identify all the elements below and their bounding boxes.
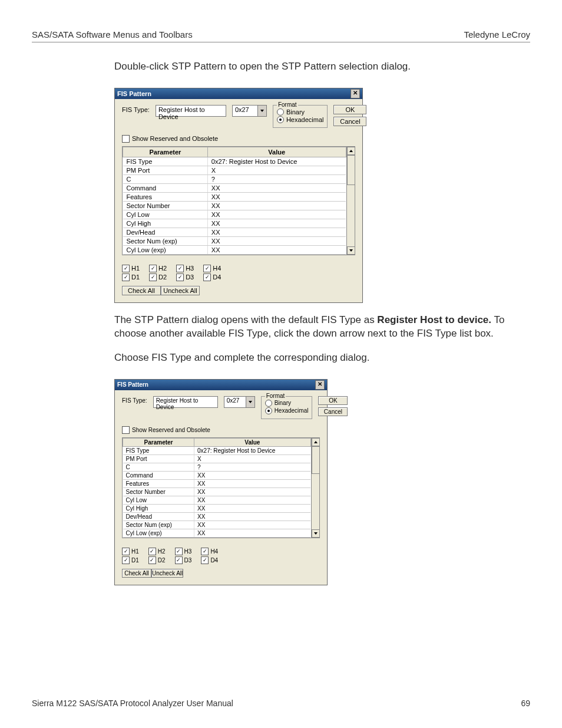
checkbox-d4[interactable]: ✓D4	[203, 274, 221, 281]
table-row: PM PortX	[123, 166, 346, 174]
scroll-up-icon[interactable]	[347, 147, 355, 155]
radio-hex[interactable]: Hexadecimal	[277, 116, 324, 123]
close-icon[interactable]: ✕	[315, 380, 325, 390]
header-rule	[32, 42, 530, 42]
chevron-down-icon[interactable]	[257, 106, 266, 116]
table-row: FIS Type0x27: Register Host to Device	[123, 157, 346, 166]
table-row: Sector NumberXX	[123, 487, 311, 496]
radio-binary[interactable]: Binary	[277, 108, 324, 116]
check-all-button[interactable]: Check All	[122, 286, 161, 295]
col-value: Value	[207, 147, 346, 157]
dialog-titlebar[interactable]: FIS Pattern ✕	[115, 380, 327, 390]
radio-binary[interactable]: Binary	[265, 400, 309, 407]
fis-type-label: FIS Type:	[122, 105, 150, 113]
table-row: Sector NumberXX	[123, 201, 346, 210]
checkbox-h4[interactable]: ✓H4	[203, 265, 221, 272]
table-row: Dev/HeadXX	[123, 228, 346, 236]
format-legend: Format	[277, 101, 298, 108]
table-row: Sector Num (exp)XX	[123, 236, 346, 245]
ok-button[interactable]: OK	[318, 396, 348, 405]
footer-left: Sierra M122 SAS/SATA Protocol Analyzer U…	[32, 699, 233, 708]
fis-type-select[interactable]: Register Host to Device	[156, 105, 226, 117]
footer-page-number: 69	[521, 699, 530, 708]
table-row: CommandXX	[123, 183, 346, 192]
dialog-titlebar[interactable]: FIS Pattern ✕	[115, 88, 362, 99]
table-row: Cyl HighXX	[123, 504, 311, 512]
checkbox-d2[interactable]: ✓D2	[148, 556, 166, 564]
checkbox-d3[interactable]: ✓D3	[175, 556, 192, 564]
show-reserved-checkbox[interactable]	[122, 135, 130, 143]
col-parameter: Parameter	[123, 147, 208, 157]
table-row: FIS Type0x27: Register Host to Device	[123, 446, 311, 454]
table-row: PM PortX	[123, 454, 311, 463]
uncheck-all-button[interactable]: Uncheck All	[151, 569, 183, 578]
cancel-button[interactable]: Cancel	[318, 407, 348, 416]
scroll-up-icon[interactable]	[312, 438, 320, 446]
col-parameter: Parameter	[123, 438, 194, 446]
dialog-title: FIS Pattern	[117, 380, 148, 390]
table-row: Cyl LowXX	[123, 210, 346, 219]
paragraph-choose-fis: Choose FIS Type and complete the corresp…	[114, 351, 527, 365]
checkbox-d1[interactable]: ✓D1	[122, 274, 140, 281]
show-reserved-checkbox[interactable]	[122, 426, 130, 434]
uncheck-all-button[interactable]: Uncheck All	[161, 286, 200, 295]
fis-code-select[interactable]: 0x27	[224, 396, 255, 408]
fis-type-value: Register Host to Device	[156, 106, 226, 116]
table-row: C?	[123, 463, 311, 471]
checkbox-d1[interactable]: ✓D1	[122, 556, 139, 564]
scroll-thumb[interactable]	[347, 155, 355, 185]
fis-code-value: 0x27	[224, 397, 246, 407]
chevron-down-icon[interactable]	[246, 397, 254, 407]
port-checkboxes: ✓H1 ✓H2 ✓H3 ✓H4 ✓D1 ✓D2 ✓D3 ✓D4	[122, 548, 320, 564]
fis-type-select[interactable]: Register Host to Device	[153, 396, 218, 408]
table-row: Cyl Low (exp)XX	[123, 529, 311, 537]
scrollbar[interactable]	[311, 438, 319, 538]
checkbox-h2[interactable]: ✓H2	[149, 265, 167, 272]
checkbox-h1[interactable]: ✓H1	[122, 548, 139, 555]
show-reserved-label: Show Reserved and Obsolete	[132, 427, 210, 433]
close-icon[interactable]: ✕	[351, 89, 360, 98]
table-row: CommandXX	[123, 471, 311, 479]
table-row: C?	[123, 174, 346, 183]
table-row: Cyl HighXX	[123, 219, 346, 228]
format-group: Format Binary Hexadecimal	[261, 396, 313, 419]
format-group: Format Binary Hexadecimal	[273, 105, 328, 128]
scroll-down-icon[interactable]	[347, 246, 355, 255]
check-all-button[interactable]: Check All	[122, 569, 151, 578]
table-row: FeaturesXX	[123, 479, 311, 487]
scrollbar[interactable]	[346, 147, 355, 255]
paragraph-intro: Double-click STP Pattern to open the STP…	[114, 60, 527, 74]
scroll-thumb[interactable]	[312, 446, 320, 474]
header-left: SAS/SATA Software Menus and Toolbars	[32, 29, 193, 39]
port-checkboxes: ✓H1 ✓H2 ✓H3 ✓H4 ✓D1 ✓D2 ✓D3 ✓D4	[122, 265, 355, 281]
format-legend: Format	[265, 393, 286, 399]
table-row: Dev/HeadXX	[123, 512, 311, 521]
checkbox-d2[interactable]: ✓D2	[149, 274, 167, 281]
cancel-button[interactable]: Cancel	[333, 117, 366, 126]
fis-pattern-dialog: FIS Pattern ✕ FIS Type: Register Host to…	[114, 88, 363, 303]
checkbox-d3[interactable]: ✓D3	[176, 274, 194, 281]
dialog-title: FIS Pattern	[117, 88, 151, 99]
fis-pattern-dialog-small: FIS Pattern ✕ FIS Type: Register Host to…	[114, 379, 328, 585]
col-value: Value	[194, 438, 311, 446]
fis-type-label: FIS Type:	[122, 396, 147, 404]
table-row: Sector Num (exp)XX	[123, 521, 311, 529]
radio-hex[interactable]: Hexadecimal	[265, 407, 309, 414]
show-reserved-label: Show Reserved and Obsolete	[132, 135, 218, 142]
table-row: FeaturesXX	[123, 192, 346, 201]
checkbox-h3[interactable]: ✓H3	[175, 548, 192, 555]
fis-code-value: 0x27	[233, 106, 257, 116]
table-row: Cyl Low (exp)XX	[123, 245, 346, 254]
fis-type-value: Register Host to Device	[154, 397, 217, 407]
fis-code-select[interactable]: 0x27	[232, 105, 267, 117]
scroll-down-icon[interactable]	[312, 529, 320, 538]
checkbox-h4[interactable]: ✓H4	[201, 548, 218, 555]
checkbox-h3[interactable]: ✓H3	[176, 265, 194, 272]
checkbox-h2[interactable]: ✓H2	[148, 548, 166, 555]
paragraph-default-fis: The STP Pattern dialog opens with the de…	[114, 314, 527, 341]
ok-button[interactable]: OK	[333, 105, 366, 114]
checkbox-d4[interactable]: ✓D4	[201, 556, 218, 564]
parameter-table: Parameter Value FIS Type0x27: Register H…	[122, 146, 355, 255]
header-right: Teledyne LeCroy	[464, 29, 530, 39]
checkbox-h1[interactable]: ✓H1	[122, 265, 140, 272]
